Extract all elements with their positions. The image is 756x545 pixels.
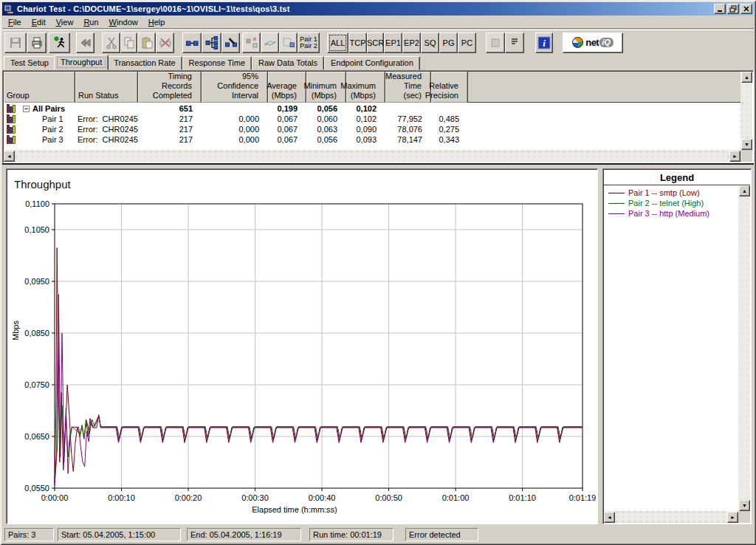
table-scroll-down-button[interactable]: ▼ — [741, 139, 752, 150]
table-horizontal-scrollbar[interactable] — [4, 150, 740, 162]
rewind-button — [76, 32, 94, 53]
run-icon — [52, 35, 67, 50]
legend-scroll-up-button[interactable]: ▲ — [739, 185, 750, 196]
view-ep1-button[interactable]: EP1 — [384, 32, 402, 53]
row-chart-icon — [7, 135, 16, 144]
column-header-timing_records_completed: Timing Records Completed — [138, 72, 202, 103]
maximum-cell: 0,093 — [346, 135, 385, 144]
netiq-brand-button[interactable]: net iQ — [563, 32, 623, 53]
print-icon — [30, 35, 44, 50]
edit-pair-button[interactable] — [221, 32, 240, 53]
run-status-cell: Error: CHR0245 — [75, 135, 138, 144]
legend-vertical-scrollbar[interactable] — [738, 185, 750, 511]
table-scroll-right-button[interactable]: ► — [729, 151, 740, 162]
tab-endpoint-configuration[interactable]: Endpoint Configuration — [324, 56, 420, 70]
maximum-cell: 0,102 — [346, 114, 385, 123]
options-button — [486, 32, 505, 53]
legend-line-sample — [608, 203, 625, 204]
table-row[interactable]: Pair 3Error: CHR02452170,0000,0670,0560,… — [4, 134, 740, 145]
add-multicast-group-button[interactable] — [202, 32, 221, 53]
pair-list-button[interactable]: Pair 1 Pair 2 — [298, 32, 320, 53]
title-bar[interactable]: Chariot Test - C:\DOCUME~1\sergey\0016~1… — [2, 2, 754, 16]
menu-file[interactable]: File — [3, 16, 27, 28]
rewind-icon — [78, 35, 93, 50]
save-icon — [8, 35, 23, 50]
legend-horizontal-scrollbar[interactable] — [604, 511, 738, 523]
legend-scroll-left-button[interactable]: ◄ — [604, 512, 615, 523]
multicast-icon — [205, 35, 219, 50]
collapse-toggle[interactable]: − — [23, 106, 30, 112]
view-scr-button[interactable]: SCR — [367, 32, 384, 53]
run-status-cell: Error: CHR0245 — [75, 125, 138, 134]
table-row[interactable]: Pair 1Error: CHR02452170,0000,0670,0600,… — [4, 114, 740, 124]
print-button[interactable] — [27, 32, 47, 53]
select-pair-button — [279, 32, 298, 53]
maximum-cell: 0,102 — [346, 104, 385, 113]
tab-throughput[interactable]: Throughput — [54, 55, 109, 70]
svg-text:0,0750: 0,0750 — [24, 380, 49, 389]
column-header-run_status: Run Status — [75, 72, 138, 103]
table-row[interactable]: Pair 2Error: CHR02452170,0000,0670,0630,… — [4, 124, 740, 134]
group-cell: Pair 1 — [4, 114, 75, 123]
view-all-button[interactable]: ALL — [327, 32, 348, 53]
add-pair-button[interactable] — [182, 32, 202, 53]
timing-cell: 217 — [138, 125, 202, 134]
view-ep2-button[interactable]: EP2 — [402, 32, 421, 53]
replicate-pair-button — [242, 32, 261, 53]
tab-raw-data-totals[interactable]: Raw Data Totals — [252, 56, 324, 70]
svg-text:0,0850: 0,0850 — [24, 329, 49, 337]
precision-cell: 0,275 — [431, 125, 468, 134]
info-button[interactable]: i — [535, 32, 553, 53]
tab-response-time[interactable]: Response Time — [182, 56, 252, 70]
column-header-confidence_interval: 95% Confidence Interval — [202, 72, 268, 103]
paste-icon — [140, 35, 154, 50]
legend-list: Pair 1 -- smtp (Low)Pair 2 -- telnet (Hi… — [604, 185, 738, 511]
legend-scroll-right-button[interactable]: ► — [727, 512, 738, 523]
menu-edit[interactable]: Edit — [27, 16, 51, 28]
legend-entry-label: Pair 3 -- http (Medium) — [628, 209, 709, 218]
legend-scroll-down-button[interactable]: ▼ — [739, 500, 750, 511]
application-window: { "window": { "title": "Chariot Test - C… — [0, 0, 756, 545]
precision-cell: 0,485 — [431, 114, 468, 123]
window-title: Chariot Test - C:\DOCUME~1\sergey\0016~1… — [17, 4, 290, 13]
edit-pair-icon — [224, 35, 238, 50]
status-run-time: Run time: 00:01:19 — [309, 528, 394, 541]
minimum-cell: 0,056 — [306, 135, 346, 144]
close-button[interactable] — [740, 4, 752, 14]
copy-icon — [122, 35, 137, 50]
column-header-relative_precision: Relative Precision — [431, 72, 468, 103]
table-header-row: GroupRun StatusTiming Records Completed9… — [4, 72, 740, 103]
results-table: GroupRun StatusTiming Records Completed9… — [2, 70, 754, 163]
table-scroll-up-button[interactable]: ▲ — [741, 72, 752, 83]
svg-text:0:01:10: 0:01:10 — [509, 493, 536, 502]
column-header-group: Group — [4, 72, 75, 103]
menu-window[interactable]: Window — [104, 16, 143, 28]
table-row[interactable]: −All Pairs6510,1990,0560,102 — [4, 103, 740, 114]
table-scroll-left-button[interactable]: ◄ — [4, 151, 15, 162]
view-tcp-button[interactable]: TCP — [348, 32, 367, 53]
toolbar: Pair 1 Pair 2 ALL TCP SCR EP1 EP2 SQ PG … — [2, 30, 754, 55]
menu-run[interactable]: Run — [78, 16, 103, 28]
menu-bar: File Edit View Run Window Help — [2, 16, 754, 29]
run-test-button[interactable] — [49, 32, 70, 53]
timing-cell: 651 — [138, 104, 202, 113]
column-header-average: Average (Mbps) — [268, 72, 306, 103]
app-icon — [4, 4, 14, 14]
menu-help[interactable]: Help — [143, 16, 171, 28]
status-error: Error detected — [405, 528, 478, 541]
average-cell: 0,067 — [268, 114, 306, 123]
precision-cell: 0,343 — [431, 135, 468, 144]
legend-entry: Pair 1 -- smtp (Low) — [608, 188, 738, 198]
tab-transaction-rate[interactable]: Transaction Rate — [107, 56, 182, 70]
svg-text:0:00:10: 0:00:10 — [108, 493, 135, 502]
chart-x-axis-label: Elapsed time (h:mm:ss) — [7, 505, 583, 514]
minimize-button[interactable] — [714, 4, 726, 14]
view-pc-button[interactable]: PC — [458, 32, 476, 53]
notes-button[interactable] — [505, 32, 524, 53]
restore-button[interactable] — [727, 4, 739, 14]
view-sq-button[interactable]: SQ — [421, 32, 439, 53]
pane-splitter[interactable] — [2, 163, 754, 168]
view-pg-button[interactable]: PG — [439, 32, 458, 53]
tab-test-setup[interactable]: Test Setup — [4, 56, 55, 70]
menu-view[interactable]: View — [51, 16, 79, 28]
